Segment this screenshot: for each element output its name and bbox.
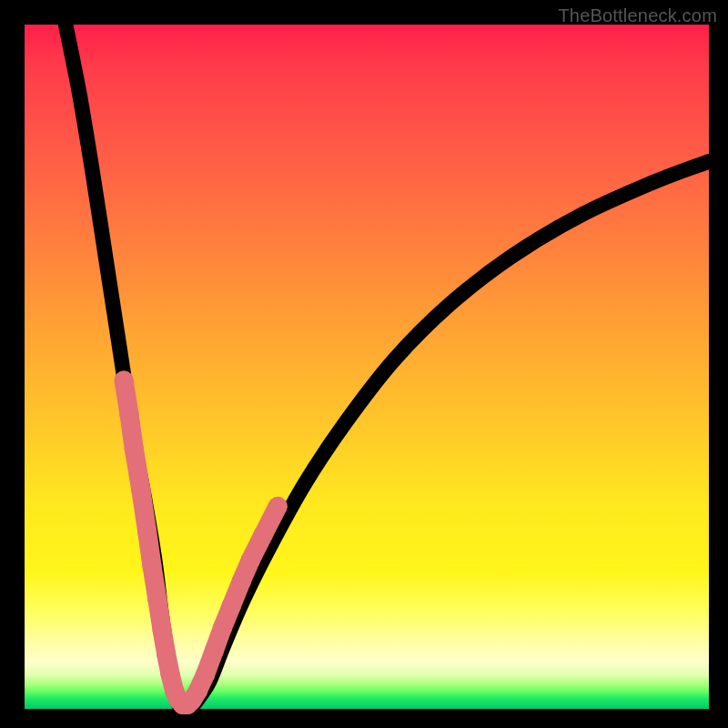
curve-marker	[268, 497, 288, 516]
watermark-text: TheBottleneck.com	[558, 5, 717, 26]
plot-area	[25, 25, 709, 709]
chart-frame: TheBottleneck.com	[0, 0, 728, 728]
plot-svg	[25, 25, 709, 709]
curve-markers	[115, 371, 288, 715]
